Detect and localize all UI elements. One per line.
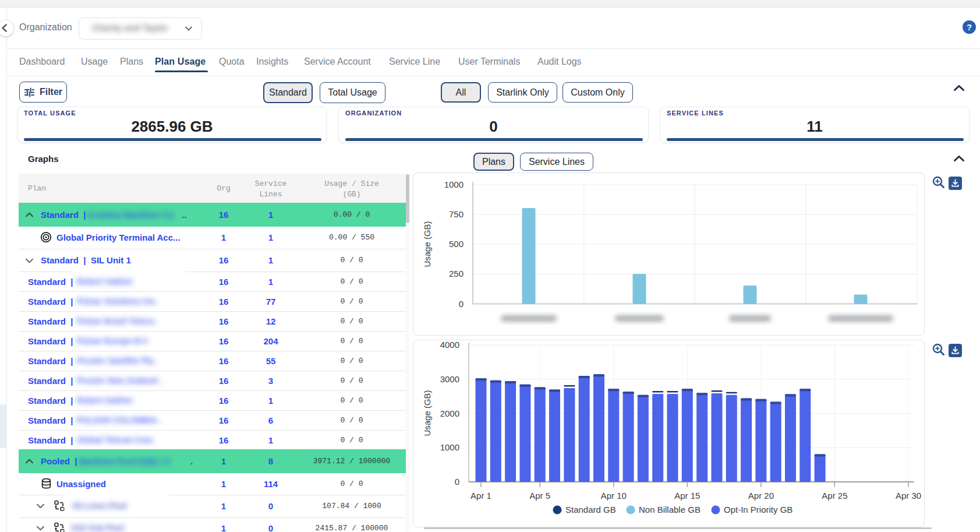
svg-text:250: 250: [449, 269, 464, 279]
svg-text:3000: 3000: [440, 374, 459, 384]
svg-text:500: 500: [449, 239, 464, 249]
svg-text:4000: 4000: [440, 340, 459, 350]
svg-text:Apr 15: Apr 15: [674, 491, 700, 501]
svg-text:750: 750: [449, 209, 464, 219]
svg-text:2000: 2000: [440, 408, 459, 418]
svg-text:1000: 1000: [440, 442, 459, 452]
svg-text:Apr 30: Apr 30: [896, 491, 921, 501]
svg-text:Apr 10: Apr 10: [601, 491, 627, 501]
svg-text:0: 0: [459, 299, 464, 309]
svg-text:Apr 5: Apr 5: [529, 491, 550, 501]
svg-text:Opt-In Priority GB: Opt-In Priority GB: [724, 505, 793, 515]
svg-text:Standard GB: Standard GB: [565, 505, 616, 515]
svg-text:Apr 1: Apr 1: [470, 491, 491, 501]
svg-text:0: 0: [455, 477, 459, 487]
svg-text:Usage (GB): Usage (GB): [422, 221, 432, 267]
svg-text:1000: 1000: [444, 179, 464, 189]
svg-text:Apr 20: Apr 20: [748, 491, 774, 501]
svg-text:Non Billable GB: Non Billable GB: [639, 505, 700, 515]
svg-text:Usage (GB): Usage (GB): [422, 390, 432, 436]
svg-text:Apr 25: Apr 25: [822, 491, 847, 501]
